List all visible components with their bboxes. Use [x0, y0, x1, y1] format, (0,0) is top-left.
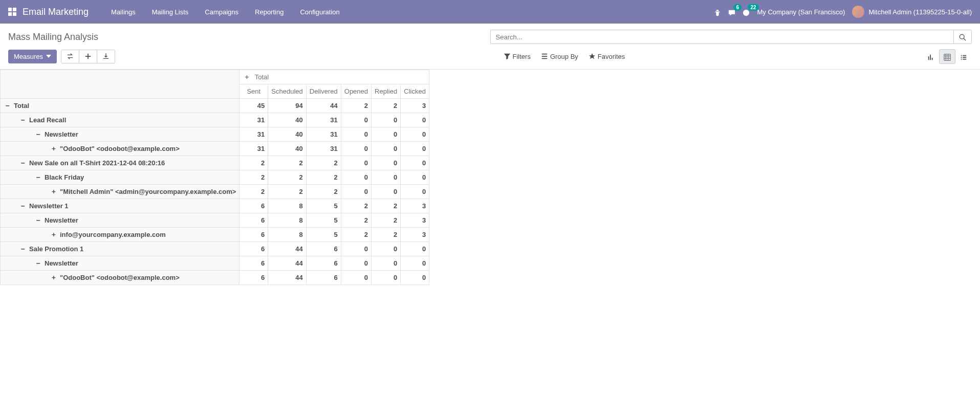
cell-value[interactable]: 3 [401, 98, 429, 113]
cell-value[interactable]: 31 [306, 113, 341, 127]
flip-axis-button[interactable] [61, 50, 79, 63]
row-header[interactable]: +info@yourcompany.example.com [1, 227, 239, 241]
cell-value[interactable]: 0 [372, 127, 401, 141]
download-xlsx-button[interactable] [97, 50, 115, 63]
menu-mailing-lists[interactable]: Mailing Lists [144, 8, 197, 16]
cell-value[interactable]: 40 [268, 127, 306, 141]
cell-value[interactable]: 31 [239, 113, 268, 127]
cell-value[interactable]: 3 [401, 213, 429, 227]
cell-value[interactable]: 0 [401, 113, 429, 127]
cell-value[interactable]: 2 [341, 227, 371, 241]
user-menu[interactable]: Mitchell Admin (11395225-15-0-all) [852, 6, 972, 18]
menu-campaigns[interactable]: Campaigns [197, 8, 247, 16]
collapse-icon[interactable]: − [20, 159, 26, 167]
cell-value[interactable]: 0 [401, 156, 429, 170]
col-sent[interactable]: Sent [239, 84, 268, 98]
cell-value[interactable]: 0 [341, 141, 371, 156]
cell-value[interactable]: 0 [341, 156, 371, 170]
row-header[interactable]: −New Sale on all T-Shirt 2021-12-04 08:2… [1, 156, 239, 170]
collapse-icon[interactable]: − [35, 173, 41, 181]
row-header[interactable]: +"OdooBot" <odoobot@example.com> [1, 141, 239, 156]
cell-value[interactable]: 31 [239, 127, 268, 141]
cell-value[interactable]: 6 [306, 241, 341, 256]
cell-value[interactable]: 0 [372, 256, 401, 270]
menu-configuration[interactable]: Configuration [292, 8, 347, 16]
collapse-icon[interactable]: − [35, 130, 41, 138]
brand[interactable]: Email Marketing [23, 7, 89, 17]
search-input[interactable] [490, 30, 954, 44]
collapse-icon[interactable]: − [20, 245, 26, 253]
cell-value[interactable]: 2 [372, 98, 401, 113]
row-header[interactable]: −Total [1, 98, 239, 113]
favorites-button[interactable]: Favorites [583, 49, 630, 63]
menu-mailings[interactable]: Mailings [103, 8, 144, 16]
expand-icon[interactable]: + [51, 145, 57, 152]
col-header-total[interactable]: + Total [239, 70, 429, 84]
cell-value[interactable]: 0 [372, 270, 401, 284]
list-view-button[interactable] [955, 49, 972, 63]
cell-value[interactable]: 0 [401, 141, 429, 156]
row-header[interactable]: −Black Friday [1, 170, 239, 184]
collapse-icon[interactable]: − [35, 259, 41, 267]
col-scheduled[interactable]: Scheduled [268, 84, 306, 98]
cell-value[interactable]: 2 [341, 213, 371, 227]
cell-value[interactable]: 2 [306, 156, 341, 170]
debug-icon[interactable] [714, 7, 721, 16]
cell-value[interactable]: 0 [372, 113, 401, 127]
cell-value[interactable]: 31 [239, 141, 268, 156]
row-header[interactable]: −Newsletter [1, 127, 239, 141]
cell-value[interactable]: 2 [239, 170, 268, 184]
company-selector[interactable]: My Company (San Francisco) [757, 8, 845, 16]
cell-value[interactable]: 31 [306, 127, 341, 141]
cell-value[interactable]: 0 [341, 113, 371, 127]
expand-icon[interactable]: + [51, 188, 57, 195]
pivot-view-button[interactable] [939, 49, 955, 63]
cell-value[interactable]: 3 [401, 199, 429, 213]
cell-value[interactable]: 0 [372, 241, 401, 256]
cell-value[interactable]: 0 [401, 184, 429, 199]
cell-value[interactable]: 6 [239, 213, 268, 227]
cell-value[interactable]: 6 [239, 199, 268, 213]
cell-value[interactable]: 0 [341, 127, 371, 141]
row-header[interactable]: −Newsletter [1, 213, 239, 227]
cell-value[interactable]: 5 [306, 227, 341, 241]
collapse-icon[interactable]: − [5, 102, 11, 109]
cell-value[interactable]: 8 [268, 213, 306, 227]
cell-value[interactable]: 6 [239, 241, 268, 256]
messaging-icon[interactable]: 6 [728, 7, 735, 16]
cell-value[interactable]: 3 [401, 227, 429, 241]
cell-value[interactable]: 2 [372, 227, 401, 241]
cell-value[interactable]: 0 [401, 270, 429, 284]
cell-value[interactable]: 2 [268, 156, 306, 170]
cell-value[interactable]: 0 [372, 184, 401, 199]
cell-value[interactable]: 8 [268, 199, 306, 213]
cell-value[interactable]: 2 [306, 170, 341, 184]
cell-value[interactable]: 2 [341, 98, 371, 113]
cell-value[interactable]: 0 [372, 170, 401, 184]
cell-value[interactable]: 6 [239, 227, 268, 241]
row-header[interactable]: −Newsletter [1, 256, 239, 270]
cell-value[interactable]: 0 [401, 170, 429, 184]
cell-value[interactable]: 2 [306, 184, 341, 199]
menu-reporting[interactable]: Reporting [247, 8, 292, 16]
row-header[interactable]: +"OdooBot" <odoobot@example.com> [1, 270, 239, 284]
cell-value[interactable]: 2 [239, 184, 268, 199]
cell-value[interactable]: 0 [341, 270, 371, 284]
collapse-icon[interactable]: − [20, 202, 26, 210]
cell-value[interactable]: 44 [268, 256, 306, 270]
cell-value[interactable]: 6 [239, 270, 268, 284]
col-clicked[interactable]: Clicked [401, 84, 429, 98]
expand-all-button[interactable] [79, 50, 97, 63]
cell-value[interactable]: 40 [268, 141, 306, 156]
cell-value[interactable]: 6 [306, 256, 341, 270]
cell-value[interactable]: 0 [341, 241, 371, 256]
cell-value[interactable]: 0 [341, 170, 371, 184]
cell-value[interactable]: 5 [306, 199, 341, 213]
col-opened[interactable]: Opened [341, 84, 371, 98]
cell-value[interactable]: 8 [268, 227, 306, 241]
cell-value[interactable]: 44 [268, 270, 306, 284]
expand-icon[interactable]: + [244, 73, 250, 81]
row-header[interactable]: −Lead Recall [1, 113, 239, 127]
expand-icon[interactable]: + [51, 274, 57, 281]
cell-value[interactable]: 44 [306, 98, 341, 113]
